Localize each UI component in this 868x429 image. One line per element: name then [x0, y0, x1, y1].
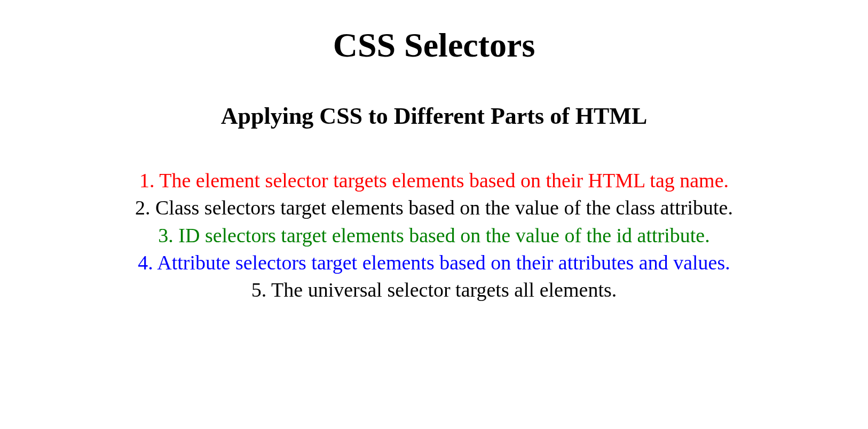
page-subtitle: Applying CSS to Different Parts of HTML	[0, 102, 868, 130]
page-content: CSS Selectors Applying CSS to Different …	[0, 0, 868, 304]
list-item: 3. ID selectors target elements based on…	[0, 222, 868, 249]
list-item: 4. Attribute selectors target elements b…	[0, 249, 868, 276]
list-item: 2. Class selectors target elements based…	[0, 194, 868, 221]
page-title: CSS Selectors	[0, 26, 868, 65]
list-item: 1. The element selector targets elements…	[0, 167, 868, 194]
selector-list: 1. The element selector targets elements…	[0, 167, 868, 304]
list-item: 5. The universal selector targets all el…	[0, 276, 868, 304]
